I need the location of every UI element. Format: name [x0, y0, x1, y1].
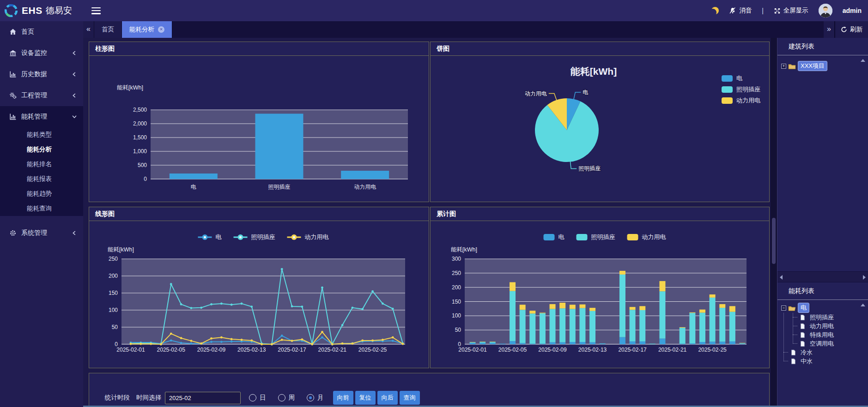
tabs-scroll-left-button[interactable]: «	[83, 21, 94, 38]
svg-text:2025-02-25: 2025-02-25	[358, 347, 387, 353]
bar-动力用电[interactable]	[341, 171, 389, 179]
radio-month[interactable]: 月	[307, 394, 324, 402]
refresh-label: 刷新	[850, 25, 862, 34]
line-chart-panel: 线形图 050100150200250能耗[kWh]2025-02-012025…	[89, 207, 429, 368]
line-legend-item-动力用电[interactable]: 动力用电	[287, 233, 329, 240]
refresh-icon	[841, 26, 847, 33]
svg-text:2025-02-13: 2025-02-13	[578, 347, 607, 353]
pie-chart-panel-title: 饼图	[431, 42, 769, 56]
tree-node-ac-electric[interactable]: 空调用电	[777, 339, 868, 348]
sidebar-item-history-data[interactable]: 历史数据	[0, 64, 83, 85]
tree-node-electric[interactable]: −电	[777, 300, 868, 313]
tab-home[interactable]: 首页	[94, 21, 122, 38]
sidebar-subitem-energy-report[interactable]: 能耗报表	[0, 172, 83, 186]
mute-button[interactable]: 消音	[729, 6, 752, 15]
sidebar-subitem-energy-ranking[interactable]: 能耗排名	[0, 157, 83, 172]
svg-text:100: 100	[452, 312, 461, 319]
scroll-left-icon[interactable]	[780, 275, 783, 280]
username[interactable]: admin	[843, 7, 862, 14]
history-chart-icon	[9, 71, 17, 78]
svg-text:照明插座: 照明插座	[251, 233, 275, 240]
stack-legend-item-照明插座[interactable]: 照明插座	[577, 233, 615, 240]
scroll-right-icon[interactable]	[863, 275, 866, 280]
bar-chart-panel: 柱形图 05001,0001,5002,0002,500能耗[kWh]电照明插座…	[89, 42, 429, 202]
tree-node-label: 动力用电	[807, 322, 836, 331]
theme-moon-icon[interactable]	[711, 7, 719, 14]
tree-node-cold-water[interactable]: 冷水	[777, 348, 868, 357]
svg-text:2025-02-09: 2025-02-09	[538, 347, 567, 353]
svg-text:2025-02-01: 2025-02-01	[116, 347, 145, 353]
tree-node-special-electric[interactable]: 特殊用电	[777, 330, 868, 339]
refresh-button[interactable]: 刷新	[835, 21, 868, 38]
menu-toggle-icon[interactable]	[91, 7, 101, 14]
line-legend-item-电[interactable]: 电	[198, 233, 222, 240]
chevron-left-icon	[71, 71, 78, 78]
radio-label: 日	[260, 394, 266, 402]
svg-text:250: 250	[109, 256, 118, 262]
stack-legend-item-动力用电[interactable]: 动力用电	[627, 233, 666, 240]
tab-close-icon[interactable]: ×	[158, 26, 164, 33]
pie-legend-item-动力用电[interactable]: 动力用电	[722, 97, 760, 104]
tab-list: 首页能耗分析×	[94, 21, 172, 38]
tree-node-reclaimed-water[interactable]: 中水	[777, 357, 868, 365]
sidebar-subitem-energy-trend[interactable]: 能耗趋势	[0, 186, 83, 201]
stack-legend-item-电[interactable]: 电	[544, 233, 565, 240]
bar-chart-icon	[9, 113, 17, 120]
energy-tree: −电照明插座动力用电特殊用电空调用电冷水中水	[777, 300, 868, 407]
sidebar-subitem-energy-query[interactable]: 能耗查询	[0, 201, 83, 216]
svg-text:能耗[kWh]: 能耗[kWh]	[451, 246, 477, 253]
avatar-image	[819, 4, 832, 18]
bar-电[interactable]	[170, 174, 218, 179]
tree-expander-icon[interactable]: −	[781, 305, 786, 311]
radio-circle[interactable]	[278, 394, 285, 401]
sidebar-item-system-mgmt[interactable]: 系统管理	[0, 222, 83, 244]
avatar[interactable]	[819, 4, 832, 18]
sidebar-subitem-energy-type[interactable]: 能耗类型	[0, 127, 83, 142]
svg-text:电: 电	[583, 89, 588, 96]
svg-text:照明插座: 照明插座	[591, 233, 615, 240]
svg-text:2025-02-05: 2025-02-05	[498, 347, 527, 353]
brand-ehs-text: EHS	[22, 5, 42, 16]
fullscreen-button[interactable]: 全屏显示	[774, 6, 808, 15]
bank-icon	[9, 49, 17, 57]
query-button[interactable]: 查询	[400, 391, 420, 405]
sidebar-item-energy-mgmt[interactable]: 能耗管理	[0, 106, 83, 127]
prev-button[interactable]: 向前	[333, 391, 353, 405]
tree-node-project[interactable]: +XXX项目	[777, 55, 868, 71]
radio-week[interactable]: 周	[278, 394, 295, 402]
brand-logo: EHS 德易安	[0, 0, 83, 21]
tabs-scroll-right-button[interactable]: »	[824, 21, 835, 38]
next-button[interactable]: 向后	[377, 391, 398, 405]
sidebar-subitem-energy-analysis[interactable]: 能耗分析	[0, 142, 83, 157]
chevron-left-icon	[71, 92, 78, 99]
fullscreen-icon	[774, 7, 781, 14]
pie-legend-item-电[interactable]: 电	[722, 75, 742, 82]
svg-text:照明插座: 照明插座	[736, 86, 760, 93]
radio-circle[interactable]	[307, 394, 314, 401]
svg-text:250: 250	[452, 270, 461, 276]
pie-legend-item-照明插座[interactable]: 照明插座	[722, 86, 760, 93]
time-control-panel: 统计时段 时间选择 日周月 向前复位向后查询	[89, 373, 770, 407]
tree-expander-icon[interactable]: +	[781, 64, 786, 69]
svg-text:1,500: 1,500	[133, 134, 147, 141]
horizontal-scrollbar[interactable]	[777, 271, 868, 282]
svg-text:50: 50	[455, 327, 461, 333]
sidebar-item-label: 首页	[21, 28, 78, 36]
reset-button[interactable]: 复位	[355, 391, 376, 405]
svg-text:2025-02-21: 2025-02-21	[318, 347, 347, 353]
sidebar-item-home[interactable]: 首页	[0, 21, 83, 42]
vertical-scrollbar-handle[interactable]	[772, 218, 776, 264]
line-legend-item-照明插座[interactable]: 照明插座	[234, 233, 275, 240]
sidebar-item-project-mgmt[interactable]: 工程管理	[0, 85, 83, 106]
tree-node-power-electric[interactable]: 动力用电	[777, 322, 868, 330]
radio-day[interactable]: 日	[249, 394, 266, 402]
bar-照明插座[interactable]	[255, 114, 303, 179]
tab-energy-analysis[interactable]: 能耗分析×	[122, 21, 172, 38]
vertical-scrollbar[interactable]	[771, 38, 777, 407]
tree-node-lighting-socket[interactable]: 照明插座	[777, 313, 868, 322]
radio-circle[interactable]	[249, 394, 256, 401]
time-input[interactable]	[165, 392, 241, 404]
pie-chart-panel: 饼图 能耗[kWh]电照明插座动力用电电照明插座动力用电	[430, 42, 770, 202]
svg-text:300: 300	[452, 256, 461, 262]
sidebar-item-device-monitor[interactable]: 设备监控	[0, 42, 83, 64]
